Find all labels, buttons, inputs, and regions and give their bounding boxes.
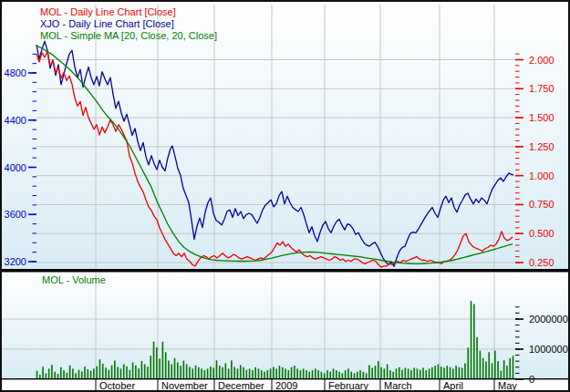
volume-bar xyxy=(150,356,151,378)
volume-bar xyxy=(177,363,179,378)
volume-bar xyxy=(321,372,323,378)
volume-bar xyxy=(212,367,214,378)
volume-bar xyxy=(312,370,314,378)
volume-bar xyxy=(438,365,440,379)
volume-bar xyxy=(117,366,119,378)
volume-bar xyxy=(258,368,260,378)
volume-bar xyxy=(75,373,77,378)
volume-bar xyxy=(165,352,167,378)
volume-bar xyxy=(513,356,514,378)
chart-window: OctoberNovemberDecember2009FebruaryMarch… xyxy=(0,0,570,392)
volume-bar xyxy=(219,366,221,378)
volume-bar xyxy=(315,368,316,378)
volume-bar xyxy=(392,372,394,378)
volume-bar xyxy=(132,363,134,378)
volume-bar xyxy=(105,367,107,378)
volume-bar xyxy=(443,367,445,378)
volume-bar xyxy=(93,368,95,378)
volume-bar xyxy=(210,366,212,378)
volume-bar xyxy=(503,360,505,378)
volume-bar xyxy=(452,368,454,378)
volume-bar xyxy=(342,373,344,378)
volume-bar xyxy=(380,367,382,378)
volume-bar xyxy=(270,368,272,378)
volume-bar xyxy=(186,365,188,379)
volume-bar xyxy=(246,370,248,378)
volume-bar xyxy=(228,368,230,378)
volume-axis-label: 2000000 xyxy=(529,314,568,325)
volume-bar xyxy=(497,361,499,378)
volume-bar xyxy=(471,301,472,378)
month-label: October xyxy=(99,380,135,391)
volume-bar xyxy=(96,366,98,378)
volume-bar xyxy=(180,366,181,378)
volume-bar xyxy=(371,367,373,378)
left-axis-label: 3600 xyxy=(5,209,26,220)
volume-bar xyxy=(207,368,209,378)
volume-bar xyxy=(51,365,53,378)
volume-bar xyxy=(467,347,469,378)
volume-bar xyxy=(417,368,419,378)
volume-bar xyxy=(296,368,298,378)
month-label: December xyxy=(218,380,264,391)
volume-bar xyxy=(492,364,493,378)
volume-pane-label: MOL - Volume xyxy=(42,274,106,285)
volume-bar xyxy=(120,368,122,378)
volume-bar xyxy=(195,366,197,378)
pane-backgrounds xyxy=(2,5,568,378)
volume-bar xyxy=(114,361,116,378)
chart-canvas[interactable]: OctoberNovemberDecember2009FebruaryMarch… xyxy=(2,2,570,392)
volume-bar xyxy=(144,365,146,379)
volume-bar xyxy=(375,366,377,378)
x-axis-line xyxy=(2,378,568,379)
volume-bar xyxy=(329,372,331,378)
volume-bar xyxy=(54,372,56,378)
volume-bar xyxy=(129,370,130,378)
right-axis-label: 1.750 xyxy=(529,83,554,94)
volume-bar xyxy=(446,366,448,378)
volume-bar xyxy=(480,351,482,378)
volume-bar xyxy=(287,370,289,378)
volume-bar xyxy=(273,366,275,378)
volume-bar xyxy=(368,365,370,378)
volume-bar xyxy=(425,370,427,378)
volume-bar xyxy=(237,368,239,378)
volume-bar xyxy=(363,372,365,378)
volume-bar xyxy=(303,368,305,378)
volume-bar xyxy=(408,368,409,378)
volume-bar xyxy=(126,366,128,378)
volume-bar xyxy=(88,369,89,378)
volume-bar xyxy=(389,370,391,378)
volume-bar xyxy=(240,365,242,378)
volume-bar xyxy=(294,366,295,378)
volume-bar xyxy=(252,370,254,378)
month-label: April xyxy=(443,380,463,391)
volume-bar xyxy=(378,361,379,378)
volume-bar xyxy=(485,362,487,378)
volume-bar xyxy=(233,366,235,378)
volume-bar xyxy=(461,367,463,378)
left-axis-label: 3200 xyxy=(5,256,26,267)
volume-bar xyxy=(473,304,475,379)
volume-bar xyxy=(78,370,80,378)
volume-bar xyxy=(171,365,172,379)
volume-bar xyxy=(81,371,83,378)
volume-bar xyxy=(396,368,398,378)
volume-bar xyxy=(57,374,59,378)
volume-bar xyxy=(506,366,508,378)
volume-bar xyxy=(431,367,433,378)
volume-bar xyxy=(60,367,62,378)
volume-bar xyxy=(359,370,361,378)
pane-separator xyxy=(2,269,568,273)
volume-bar xyxy=(366,373,368,378)
volume-bar xyxy=(434,366,436,378)
volume-bar xyxy=(123,365,125,379)
right-axis-label: 2.000 xyxy=(529,55,554,66)
volume-bar xyxy=(84,366,86,378)
legend-item-mol-line: MOL - Daily Line Chart [Close] xyxy=(40,6,217,18)
volume-bar xyxy=(464,364,466,378)
volume-bar xyxy=(156,347,158,378)
volume-bar xyxy=(198,367,200,378)
volume-bar xyxy=(300,370,302,378)
price-pane-surface[interactable] xyxy=(2,5,568,269)
